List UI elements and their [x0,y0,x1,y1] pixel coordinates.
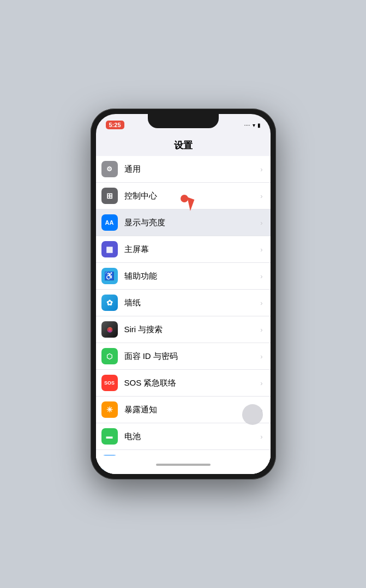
face-id-icon: ⬡ [101,348,118,364]
settings-item-control-center[interactable]: ⊞ 控制中心 › [96,183,271,209]
siri-label: Siri 与搜索 [124,325,259,335]
sos-icon: SOS [101,375,118,391]
accessibility-label: 辅助功能 [124,271,259,281]
exposure-icon: ✳ [101,401,118,418]
sos-label: SOS 紧急联络 [124,378,259,388]
settings-item-face-id[interactable]: ⬡ 面容 ID 与密码 › [96,343,271,370]
home-screen-chevron: › [260,245,262,254]
control-center-label: 控制中心 [124,191,259,201]
notch [148,114,219,128]
display-icon: AA [101,214,118,231]
settings-item-home-screen[interactable]: ▦ 主屏幕 › [96,236,271,263]
assistive-touch-button[interactable] [242,404,263,425]
battery-label: 电池 [124,431,259,442]
general-label: 通用 [124,164,259,175]
general-chevron: › [260,165,262,173]
sos-chevron: › [260,379,262,387]
settings-item-general[interactable]: ⚙ 通用 › [96,156,271,183]
home-screen-label: 主屏幕 [124,244,259,255]
face-id-chevron: › [260,352,262,361]
settings-group-main: ⚙ 通用 › ⊞ 控制中心 › AA 显示与亮度 [96,156,271,474]
settings-item-wallpaper[interactable]: ✿ 墙纸 › [96,290,271,316]
settings-item-display[interactable]: AA 显示与亮度 › [96,209,271,236]
status-icons: ···· ▾ ▮ [244,122,260,128]
screen-content: 设置 ⚙ 通用 › ⊞ 控制中心 › [96,134,271,474]
siri-icon: ◉ [101,321,118,338]
settings-item-accessibility[interactable]: ♿ 辅助功能 › [96,263,271,290]
home-screen-icon: ▦ [101,241,118,257]
wallpaper-icon: ✿ [101,295,118,311]
status-time: 5:25 [106,121,124,129]
exposure-label: 暴露通知 [124,405,259,415]
display-chevron: › [260,219,262,227]
signal-icon: ···· [244,122,250,128]
battery-icon: ▮ [257,122,261,128]
settings-item-siri[interactable]: ◉ Siri 与搜索 › [96,316,271,343]
home-bar [156,464,211,466]
battery-chevron: › [260,433,262,441]
home-bar-area [96,455,271,474]
accessibility-chevron: › [260,272,262,280]
wifi-icon: ▾ [253,122,255,128]
display-label: 显示与亮度 [124,218,259,228]
settings-item-sos[interactable]: SOS SOS 紧急联络 › [96,370,271,397]
phone-frame: 5:25 ···· ▾ ▮ 设置 ⚙ 通用 › [91,109,276,479]
wallpaper-label: 墙纸 [124,298,259,308]
general-icon: ⚙ [101,161,118,177]
control-center-chevron: › [260,192,262,200]
accessibility-icon: ♿ [101,268,118,284]
face-id-label: 面容 ID 与密码 [124,351,259,362]
control-center-icon: ⊞ [101,188,118,204]
battery-icon: ▬ [101,428,118,445]
phone-screen: 5:25 ···· ▾ ▮ 设置 ⚙ 通用 › [96,114,271,474]
siri-chevron: › [260,326,262,334]
settings-item-battery[interactable]: ▬ 电池 › [96,423,271,450]
page-title: 设置 [96,134,271,156]
wallpaper-chevron: › [260,299,262,307]
